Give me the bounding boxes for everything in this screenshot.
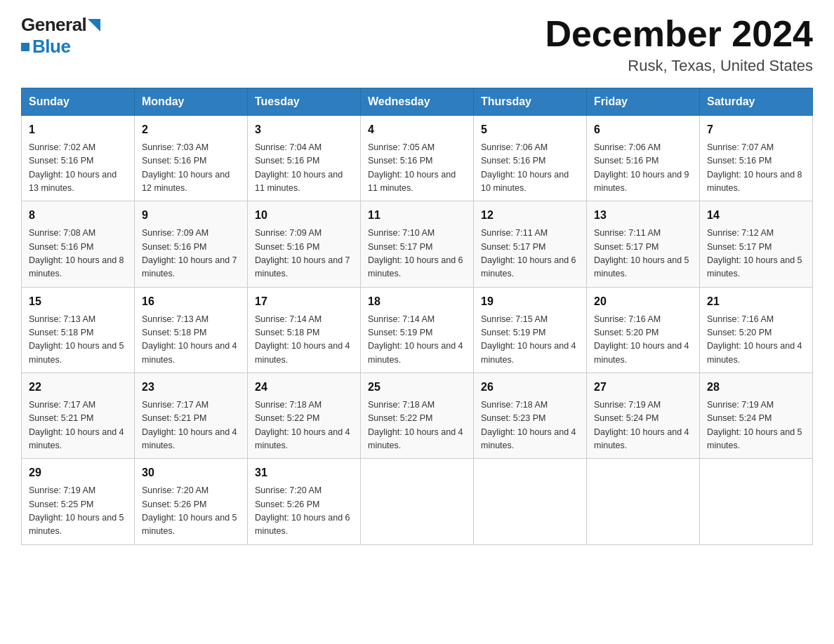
day-info: Sunrise: 7:13 AMSunset: 5:18 PMDaylight:… [142,313,240,368]
calendar-cell: 30Sunrise: 7:20 AMSunset: 5:26 PMDayligh… [135,459,248,544]
calendar-cell: 25Sunrise: 7:18 AMSunset: 5:22 PMDayligh… [361,373,474,459]
day-number: 29 [29,464,127,482]
weekday-header-saturday: Saturday [700,88,813,116]
calendar-cell: 18Sunrise: 7:14 AMSunset: 5:19 PMDayligh… [361,287,474,373]
day-info: Sunrise: 7:17 AMSunset: 5:21 PMDaylight:… [29,398,127,453]
calendar-cell [361,459,474,544]
calendar-week-row: 1Sunrise: 7:02 AMSunset: 5:16 PMDaylight… [22,116,813,201]
calendar-week-row: 29Sunrise: 7:19 AMSunset: 5:25 PMDayligh… [22,459,813,544]
day-number: 9 [142,207,240,224]
day-info: Sunrise: 7:18 AMSunset: 5:22 PMDaylight:… [368,398,466,453]
day-number: 6 [594,121,692,139]
day-info: Sunrise: 7:13 AMSunset: 5:18 PMDaylight:… [29,313,127,368]
day-number: 13 [594,207,692,224]
day-number: 15 [29,293,127,311]
calendar-cell: 12Sunrise: 7:11 AMSunset: 5:17 PMDayligh… [474,201,587,287]
calendar-cell: 4Sunrise: 7:05 AMSunset: 5:16 PMDaylight… [361,116,474,201]
day-number: 7 [707,121,805,139]
day-info: Sunrise: 7:03 AMSunset: 5:16 PMDaylight:… [142,141,240,196]
day-info: Sunrise: 7:20 AMSunset: 5:26 PMDaylight:… [255,484,353,539]
weekday-header-thursday: Thursday [474,88,587,116]
calendar-week-row: 15Sunrise: 7:13 AMSunset: 5:18 PMDayligh… [22,287,813,373]
day-info: Sunrise: 7:04 AMSunset: 5:16 PMDaylight:… [255,141,353,196]
weekday-header-friday: Friday [587,88,700,116]
day-info: Sunrise: 7:09 AMSunset: 5:16 PMDaylight:… [142,227,240,281]
calendar-cell: 6Sunrise: 7:06 AMSunset: 5:16 PMDaylight… [587,116,700,201]
day-number: 14 [707,207,805,224]
day-info: Sunrise: 7:16 AMSunset: 5:20 PMDaylight:… [707,313,805,368]
calendar-cell: 11Sunrise: 7:10 AMSunset: 5:17 PMDayligh… [361,201,474,287]
day-number: 12 [481,207,579,224]
day-number: 1 [29,121,127,139]
day-number: 8 [29,207,127,224]
day-info: Sunrise: 7:20 AMSunset: 5:26 PMDaylight:… [142,484,240,539]
calendar-week-row: 8Sunrise: 7:08 AMSunset: 5:16 PMDaylight… [22,201,813,287]
calendar-cell: 27Sunrise: 7:19 AMSunset: 5:24 PMDayligh… [587,373,700,459]
calendar-cell: 21Sunrise: 7:16 AMSunset: 5:20 PMDayligh… [700,287,813,373]
day-number: 16 [142,293,240,311]
weekday-header-row: SundayMondayTuesdayWednesdayThursdayFrid… [22,88,813,116]
day-number: 26 [481,379,579,396]
calendar-cell: 10Sunrise: 7:09 AMSunset: 5:16 PMDayligh… [248,201,361,287]
day-info: Sunrise: 7:09 AMSunset: 5:16 PMDaylight:… [255,227,353,281]
calendar-cell: 26Sunrise: 7:18 AMSunset: 5:23 PMDayligh… [474,373,587,459]
day-info: Sunrise: 7:17 AMSunset: 5:21 PMDaylight:… [142,398,240,453]
day-info: Sunrise: 7:14 AMSunset: 5:18 PMDaylight:… [255,313,353,368]
logo-text-general: General [21,14,86,36]
weekday-header-sunday: Sunday [22,88,135,116]
day-number: 18 [368,293,466,311]
weekday-header-monday: Monday [135,88,248,116]
day-number: 17 [255,293,353,311]
logo: General Blue [21,14,100,58]
day-number: 23 [142,379,240,396]
day-info: Sunrise: 7:19 AMSunset: 5:25 PMDaylight:… [29,484,127,539]
calendar-cell: 3Sunrise: 7:04 AMSunset: 5:16 PMDaylight… [248,116,361,201]
location-title: Rusk, Texas, United States [545,57,813,75]
calendar-cell: 8Sunrise: 7:08 AMSunset: 5:16 PMDaylight… [22,201,135,287]
day-number: 27 [594,379,692,396]
day-info: Sunrise: 7:18 AMSunset: 5:22 PMDaylight:… [255,398,353,453]
calendar-cell [587,459,700,544]
calendar-cell: 20Sunrise: 7:16 AMSunset: 5:20 PMDayligh… [587,287,700,373]
calendar-cell: 9Sunrise: 7:09 AMSunset: 5:16 PMDaylight… [135,201,248,287]
day-info: Sunrise: 7:05 AMSunset: 5:16 PMDaylight:… [368,141,466,196]
calendar-cell: 31Sunrise: 7:20 AMSunset: 5:26 PMDayligh… [248,459,361,544]
calendar-cell: 1Sunrise: 7:02 AMSunset: 5:16 PMDaylight… [22,116,135,201]
calendar-cell: 22Sunrise: 7:17 AMSunset: 5:21 PMDayligh… [22,373,135,459]
day-number: 30 [142,464,240,482]
calendar-cell: 7Sunrise: 7:07 AMSunset: 5:16 PMDaylight… [700,116,813,201]
day-info: Sunrise: 7:10 AMSunset: 5:17 PMDaylight:… [368,227,466,281]
day-number: 21 [707,293,805,311]
calendar-week-row: 22Sunrise: 7:17 AMSunset: 5:21 PMDayligh… [22,373,813,459]
day-info: Sunrise: 7:15 AMSunset: 5:19 PMDaylight:… [481,313,579,368]
day-info: Sunrise: 7:16 AMSunset: 5:20 PMDaylight:… [594,313,692,368]
month-title: December 2024 [545,14,813,54]
day-number: 22 [29,379,127,396]
logo-text-blue: Blue [32,36,70,58]
day-number: 24 [255,379,353,396]
day-info: Sunrise: 7:14 AMSunset: 5:19 PMDaylight:… [368,313,466,368]
day-number: 5 [481,121,579,139]
day-number: 3 [255,121,353,139]
calendar-cell: 16Sunrise: 7:13 AMSunset: 5:18 PMDayligh… [135,287,248,373]
day-number: 10 [255,207,353,224]
weekday-header-tuesday: Tuesday [248,88,361,116]
day-number: 11 [368,207,466,224]
day-number: 28 [707,379,805,396]
weekday-header-wednesday: Wednesday [361,88,474,116]
day-number: 31 [255,464,353,482]
calendar-cell: 29Sunrise: 7:19 AMSunset: 5:25 PMDayligh… [22,459,135,544]
calendar-cell [474,459,587,544]
day-info: Sunrise: 7:11 AMSunset: 5:17 PMDaylight:… [594,227,692,281]
calendar-cell: 17Sunrise: 7:14 AMSunset: 5:18 PMDayligh… [248,287,361,373]
day-info: Sunrise: 7:08 AMSunset: 5:16 PMDaylight:… [29,227,127,281]
day-number: 2 [142,121,240,139]
calendar-table: SundayMondayTuesdayWednesdayThursdayFrid… [21,88,813,544]
calendar-cell [700,459,813,544]
day-number: 25 [368,379,466,396]
day-info: Sunrise: 7:06 AMSunset: 5:16 PMDaylight:… [594,141,692,196]
calendar-cell: 13Sunrise: 7:11 AMSunset: 5:17 PMDayligh… [587,201,700,287]
day-info: Sunrise: 7:02 AMSunset: 5:16 PMDaylight:… [29,141,127,196]
day-info: Sunrise: 7:06 AMSunset: 5:16 PMDaylight:… [481,141,579,196]
logo-square-icon [21,43,29,51]
